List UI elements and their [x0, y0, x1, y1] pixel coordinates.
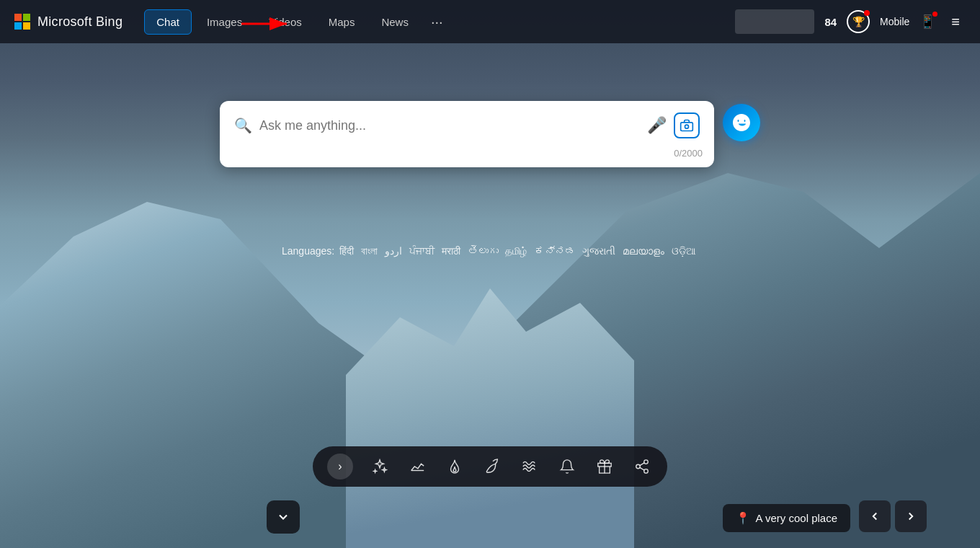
toolbar-forward-btn[interactable]: ›: [327, 454, 353, 480]
lang-kannada[interactable]: ಕನ್ನಡ: [534, 245, 575, 257]
toolbar-chart-btn[interactable]: [406, 456, 428, 477]
scroll-down-btn[interactable]: [267, 500, 300, 534]
lang-gujarati[interactable]: ગુજરાતી: [582, 245, 615, 257]
mobile-notification-dot: [932, 12, 937, 17]
ms-logo-green: [23, 14, 30, 21]
header-right: 84 🏆 Mobile 📱 ≡: [735, 9, 966, 34]
toolbar-share-btn[interactable]: [631, 456, 653, 477]
lang-hindi[interactable]: हिंदी: [339, 245, 354, 257]
ms-logo-red: [14, 14, 22, 21]
svg-rect-2: [681, 123, 693, 131]
svg-line-10: [640, 467, 644, 470]
toolbar-flame-btn[interactable]: [444, 456, 466, 477]
logo-text: Microsoft Bing: [37, 14, 122, 30]
nav-images[interactable]: Images: [195, 10, 254, 34]
svg-point-8: [636, 464, 641, 469]
search-input-row: 🔍 🎤: [234, 112, 700, 138]
location-badge: 📍 A very cool place: [723, 504, 850, 532]
hamburger-menu[interactable]: ≡: [945, 11, 966, 33]
reward-notification-dot: [864, 10, 870, 16]
location-name: A very cool place: [756, 512, 837, 524]
toolbar-waves-btn[interactable]: [519, 456, 540, 477]
ms-logo-icon: [14, 14, 30, 30]
lang-urdu[interactable]: اردو: [385, 245, 402, 257]
logo-area: Microsoft Bing: [14, 14, 122, 30]
lang-bengali[interactable]: বাংলা: [361, 245, 378, 257]
search-input[interactable]: [259, 118, 640, 133]
svg-point-7: [644, 460, 649, 464]
lang-odia[interactable]: ଓଡ଼ିଆ: [672, 245, 696, 257]
nav-news[interactable]: News: [370, 10, 420, 34]
search-section: 🔍 🎤 0/2000: [220, 101, 760, 167]
location-pin-icon: 📍: [736, 511, 750, 525]
toolbar-bell-btn[interactable]: [556, 456, 578, 477]
reward-icon[interactable]: 🏆: [847, 10, 870, 33]
camera-icon[interactable]: [674, 112, 700, 138]
ms-logo-blue: [14, 22, 22, 30]
nav-maps[interactable]: Maps: [317, 10, 367, 34]
nav-chat[interactable]: Chat: [144, 9, 192, 35]
nav-prev-btn[interactable]: [859, 500, 891, 532]
toolbar-leaf-btn[interactable]: [481, 456, 503, 477]
toolbar-gift-btn[interactable]: [594, 456, 615, 477]
mobile-label: Mobile: [880, 16, 909, 27]
lang-malayalam[interactable]: മലയാളം: [623, 245, 664, 257]
svg-point-9: [644, 469, 649, 474]
nav-next-btn[interactable]: [895, 500, 927, 532]
languages-row: Languages: हिंदी বাংলা اردو ਪੰਜਾਬੀ मराठी…: [202, 245, 778, 257]
header-search-bar[interactable]: [735, 9, 814, 34]
char-count: 0/2000: [674, 148, 703, 159]
nav-bar: Chat Images Videos Maps News ···: [144, 8, 735, 36]
languages-label: Languages:: [282, 245, 337, 257]
svg-line-11: [640, 463, 644, 466]
lang-marathi[interactable]: मराठी: [442, 245, 460, 257]
bottom-toolbar: ›: [313, 446, 667, 487]
lang-punjabi[interactable]: ਪੰਜਾਬੀ: [409, 245, 435, 257]
mobile-icon[interactable]: 📱: [919, 14, 935, 30]
bing-chat-icon[interactable]: [723, 104, 760, 141]
points-badge: 84: [824, 16, 837, 28]
nav-more[interactable]: ···: [424, 8, 450, 36]
ms-logo-yellow: [23, 22, 30, 30]
toolbar-sparkle-btn[interactable]: [369, 456, 391, 477]
svg-point-3: [685, 125, 689, 128]
header: Microsoft Bing Chat Images Videos Maps N…: [0, 0, 980, 43]
search-icon: 🔍: [234, 117, 252, 134]
lang-tamil[interactable]: தமிழ்: [505, 245, 527, 257]
mic-icon[interactable]: 🎤: [647, 116, 667, 135]
search-box: 🔍 🎤 0/2000: [220, 101, 714, 167]
nav-videos[interactable]: Videos: [257, 10, 313, 34]
lang-telugu[interactable]: తెలుగు: [468, 245, 499, 257]
